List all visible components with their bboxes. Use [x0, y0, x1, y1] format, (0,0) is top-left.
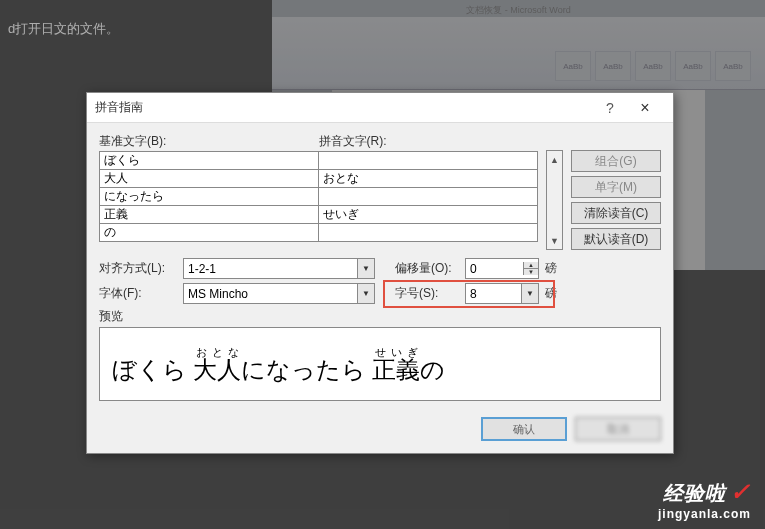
offset-spinner[interactable]: 0 ▲ ▼: [465, 258, 539, 279]
size-select[interactable]: 8 ▼: [465, 283, 539, 304]
group-button[interactable]: 组合(G): [571, 150, 661, 172]
ruby-cell[interactable]: [318, 187, 538, 206]
align-label: 对齐方式(L):: [99, 260, 179, 277]
offset-value: 0: [466, 262, 523, 276]
size-unit: 磅: [543, 285, 559, 302]
ruby-text-label: 拼音文字(R):: [319, 133, 539, 150]
chevron-down-icon[interactable]: ▼: [521, 284, 538, 303]
spinner-down-icon[interactable]: ▼: [524, 269, 538, 275]
size-label: 字号(S):: [395, 285, 461, 302]
chevron-down-icon[interactable]: ▼: [357, 259, 374, 278]
scroll-down-icon[interactable]: ▼: [547, 232, 562, 249]
table-row: になったら: [99, 188, 538, 206]
close-button[interactable]: ×: [625, 99, 665, 117]
preview-text: ぼくら 大人おとなになったら 正義せいぎの: [112, 347, 445, 382]
cancel-button[interactable]: 取消: [575, 417, 661, 441]
dialog-title: 拼音指南: [95, 99, 595, 116]
default-reading-button[interactable]: 默认读音(D): [571, 228, 661, 250]
table-scrollbar[interactable]: ▲ ▼: [546, 150, 563, 250]
ruby-cell[interactable]: おとな: [318, 169, 538, 188]
watermark-title: 经验啦: [663, 482, 726, 504]
font-label: 字体(F):: [99, 285, 179, 302]
font-value: MS Mincho: [184, 287, 357, 301]
size-value: 8: [466, 287, 521, 301]
ruby-cell[interactable]: せいぎ: [318, 205, 538, 224]
font-select[interactable]: MS Mincho ▼: [183, 283, 375, 304]
offset-unit: 磅: [543, 260, 559, 277]
base-cell[interactable]: 正義: [99, 205, 319, 224]
scroll-up-icon[interactable]: ▲: [547, 151, 562, 168]
spinner-up-icon[interactable]: ▲: [524, 262, 538, 269]
base-cell[interactable]: 大人: [99, 169, 319, 188]
offset-label: 偏移量(O):: [395, 260, 461, 277]
mono-button[interactable]: 单字(M): [571, 176, 661, 198]
dialog-titlebar: 拼音指南 ? ×: [87, 93, 673, 123]
clear-reading-button[interactable]: 清除读音(C): [571, 202, 661, 224]
base-cell[interactable]: の: [99, 223, 319, 242]
chevron-down-icon[interactable]: ▼: [357, 284, 374, 303]
help-button[interactable]: ?: [595, 100, 625, 116]
table-row: 正義 せいぎ: [99, 206, 538, 224]
table-row: の: [99, 224, 538, 242]
watermark-url: jingyanla.com: [658, 507, 751, 521]
phonetic-guide-dialog: 拼音指南 ? × 基准文字(B): 拼音文字(R): ぼくら 大人 おとな にな: [86, 92, 674, 454]
ruby-cell[interactable]: [318, 151, 538, 170]
checkmark-icon: ✓: [730, 478, 751, 505]
align-value: 1-2-1: [184, 262, 357, 276]
scroll-track[interactable]: [547, 168, 562, 232]
base-text-label: 基准文字(B):: [99, 133, 319, 150]
base-cell[interactable]: ぼくら: [99, 151, 319, 170]
preview-label: 预览: [99, 308, 661, 325]
watermark: 经验啦✓ jingyanla.com: [658, 478, 751, 521]
ruby-cell[interactable]: [318, 223, 538, 242]
table-row: 大人 おとな: [99, 170, 538, 188]
ok-button[interactable]: 确认: [481, 417, 567, 441]
preview-box: ぼくら 大人おとなになったら 正義せいぎの: [99, 327, 661, 401]
table-row: ぼくら: [99, 152, 538, 170]
base-cell[interactable]: になったら: [99, 187, 319, 206]
align-select[interactable]: 1-2-1 ▼: [183, 258, 375, 279]
